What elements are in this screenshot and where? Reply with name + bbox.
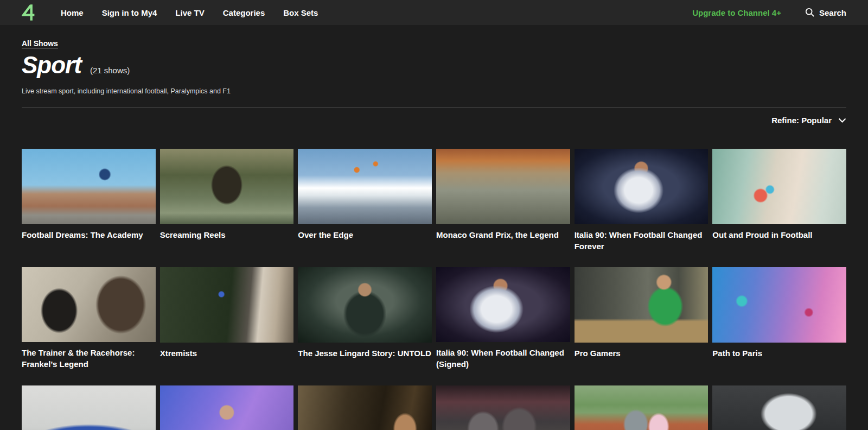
show-thumbnail[interactable]: [22, 149, 156, 224]
show-thumbnail[interactable]: [160, 385, 294, 430]
search-button[interactable]: Search: [805, 8, 846, 17]
search-label: Search: [819, 8, 846, 17]
show-title: Screaming Reels: [160, 224, 294, 267]
show-title: Out and Proud in Football: [712, 224, 846, 267]
show-card[interactable]: Over the Edge: [298, 149, 432, 267]
category-description: Live stream sport, including internation…: [22, 87, 846, 95]
sport-category-page: All Shows Sport (21 shows) Live stream s…: [0, 25, 868, 430]
show-thumbnail[interactable]: [712, 385, 846, 430]
show-card[interactable]: [575, 385, 709, 430]
show-count: (21 shows): [90, 66, 130, 75]
show-card[interactable]: [298, 385, 432, 430]
show-thumbnail[interactable]: [436, 267, 570, 343]
show-title: Pro Gamers: [575, 343, 709, 385]
show-thumbnail[interactable]: [298, 149, 432, 224]
show-thumbnail[interactable]: [298, 267, 432, 343]
show-card[interactable]: Italia 90: When Football Changed (Signed…: [436, 267, 570, 385]
show-thumbnail[interactable]: [298, 385, 432, 430]
nav-items: Home Sign in to My4 Live TV Categories B…: [61, 8, 318, 17]
show-title: The Trainer & the Racehorse: Frankel’s L…: [22, 342, 156, 385]
show-thumbnail[interactable]: [22, 385, 156, 430]
show-card[interactable]: Pro Gamers: [575, 267, 709, 385]
channel-4-logo-icon: [22, 4, 36, 21]
show-thumbnail[interactable]: [575, 385, 709, 430]
upgrade-channel4plus-link[interactable]: Upgrade to Channel 4+: [692, 8, 781, 17]
page-title: Sport: [22, 52, 81, 79]
show-thumbnail[interactable]: [575, 267, 709, 343]
show-card[interactable]: Monaco Grand Prix, the Legend: [436, 149, 570, 267]
divider: [22, 107, 846, 108]
show-grid: Football Dreams: The Academy Screaming R…: [22, 149, 846, 430]
nav-item-categories[interactable]: Categories: [223, 8, 265, 17]
show-title: Italia 90: When Football Changed Forever: [575, 224, 709, 267]
show-thumbnail[interactable]: [160, 267, 294, 343]
show-thumbnail[interactable]: [712, 267, 846, 343]
show-title: Italia 90: When Football Changed (Signed…: [436, 342, 570, 385]
show-card[interactable]: [160, 385, 294, 430]
show-title: Path to Paris: [712, 343, 846, 385]
top-nav: Home Sign in to My4 Live TV Categories B…: [0, 0, 868, 25]
show-title: Xtremists: [160, 343, 294, 385]
refine-dropdown[interactable]: Refine: Popular: [771, 116, 846, 125]
show-card[interactable]: The Jesse Lingard Story: UNTOLD: [298, 267, 432, 385]
title-row: Sport (21 shows): [22, 52, 846, 79]
show-card[interactable]: [22, 385, 156, 430]
show-card[interactable]: Italia 90: When Football Changed Forever: [575, 149, 709, 267]
show-thumbnail[interactable]: [436, 385, 570, 430]
show-thumbnail[interactable]: [160, 149, 294, 224]
nav-item-sign-in[interactable]: Sign in to My4: [102, 8, 157, 17]
show-card[interactable]: Path to Paris: [712, 267, 846, 385]
show-card[interactable]: Screaming Reels: [160, 149, 294, 267]
show-card[interactable]: [436, 385, 570, 430]
channel-4-logo[interactable]: [22, 4, 36, 21]
refine-row: Refine: Popular: [22, 116, 846, 125]
search-icon: [805, 8, 815, 17]
show-title: Football Dreams: The Academy: [22, 224, 156, 267]
show-card[interactable]: Out and Proud in Football: [712, 149, 846, 267]
show-thumbnail[interactable]: [436, 149, 570, 224]
show-card[interactable]: Xtremists: [160, 267, 294, 385]
refine-label: Refine: Popular: [771, 116, 832, 125]
show-title: Over the Edge: [298, 224, 432, 267]
nav-item-home[interactable]: Home: [61, 8, 84, 17]
show-title: Monaco Grand Prix, the Legend: [436, 224, 570, 267]
show-thumbnail[interactable]: [22, 267, 156, 343]
show-card[interactable]: [712, 385, 846, 430]
show-card[interactable]: The Trainer & the Racehorse: Frankel’s L…: [22, 267, 156, 385]
show-title: The Jesse Lingard Story: UNTOLD: [298, 343, 432, 385]
show-thumbnail[interactable]: [712, 149, 846, 224]
nav-item-live-tv[interactable]: Live TV: [175, 8, 204, 17]
show-card[interactable]: Football Dreams: The Academy: [22, 149, 156, 267]
chevron-down-icon: [838, 118, 846, 123]
breadcrumb-all-shows[interactable]: All Shows: [22, 39, 58, 48]
show-thumbnail[interactable]: [575, 149, 709, 224]
nav-item-box-sets[interactable]: Box Sets: [283, 8, 318, 17]
